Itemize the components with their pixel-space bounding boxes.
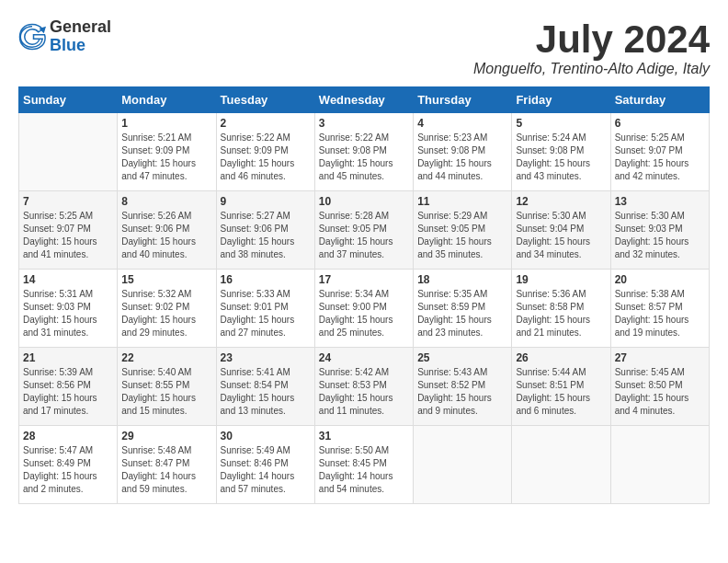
- day-number: 5: [516, 117, 606, 130]
- day-info: Sunrise: 5:24 AMSunset: 9:08 PMDaylight:…: [516, 132, 606, 183]
- month-title: July 2024: [473, 18, 710, 61]
- day-info: Sunrise: 5:22 AMSunset: 9:08 PMDaylight:…: [319, 132, 409, 183]
- day-number: 27: [615, 351, 705, 364]
- day-number: 7: [23, 195, 113, 208]
- day-number: 13: [615, 195, 705, 208]
- day-cell: 13Sunrise: 5:30 AMSunset: 9:03 PMDayligh…: [610, 191, 709, 270]
- week-row-3: 14Sunrise: 5:31 AMSunset: 9:03 PMDayligh…: [19, 270, 710, 348]
- day-cell: [512, 426, 610, 504]
- day-cell: 25Sunrise: 5:43 AMSunset: 8:52 PMDayligh…: [414, 348, 512, 426]
- day-info: Sunrise: 5:40 AMSunset: 8:55 PMDaylight:…: [121, 366, 211, 418]
- day-cell: 1Sunrise: 5:21 AMSunset: 9:09 PMDaylight…: [118, 113, 216, 191]
- day-cell: 19Sunrise: 5:36 AMSunset: 8:58 PMDayligh…: [512, 270, 610, 348]
- page-header: General Blue July 2024 Monguelfo, Trenti…: [18, 18, 710, 77]
- day-number: 19: [516, 273, 606, 286]
- day-number: 28: [23, 430, 113, 442]
- day-info: Sunrise: 5:35 AMSunset: 8:59 PMDaylight:…: [417, 288, 507, 339]
- day-cell: 5Sunrise: 5:24 AMSunset: 9:08 PMDaylight…: [512, 113, 610, 191]
- day-number: 29: [121, 430, 211, 442]
- day-cell: 8Sunrise: 5:26 AMSunset: 9:06 PMDaylight…: [118, 191, 216, 270]
- header-day-friday: Friday: [512, 87, 610, 113]
- day-info: Sunrise: 5:25 AMSunset: 9:07 PMDaylight:…: [615, 132, 705, 183]
- location-title: Monguelfo, Trentino-Alto Adige, Italy: [473, 61, 710, 77]
- day-number: 23: [221, 351, 311, 364]
- week-row-4: 21Sunrise: 5:39 AMSunset: 8:56 PMDayligh…: [19, 348, 710, 426]
- day-number: 18: [417, 273, 507, 286]
- day-cell: 26Sunrise: 5:44 AMSunset: 8:51 PMDayligh…: [512, 348, 610, 426]
- title-block: July 2024 Monguelfo, Trentino-Alto Adige…: [473, 18, 710, 77]
- day-info: Sunrise: 5:28 AMSunset: 9:05 PMDaylight:…: [319, 210, 409, 261]
- day-number: 21: [23, 351, 113, 364]
- day-info: Sunrise: 5:26 AMSunset: 9:06 PMDaylight:…: [121, 210, 211, 261]
- day-cell: 4Sunrise: 5:23 AMSunset: 9:08 PMDaylight…: [414, 113, 512, 191]
- day-info: Sunrise: 5:45 AMSunset: 8:50 PMDaylight:…: [615, 366, 705, 418]
- day-number: 17: [319, 273, 409, 286]
- day-cell: 29Sunrise: 5:48 AMSunset: 8:47 PMDayligh…: [118, 426, 216, 504]
- week-row-1: 1Sunrise: 5:21 AMSunset: 9:09 PMDaylight…: [19, 113, 710, 191]
- header-day-thursday: Thursday: [414, 87, 512, 113]
- day-cell: 21Sunrise: 5:39 AMSunset: 8:56 PMDayligh…: [19, 348, 118, 426]
- day-number: 16: [221, 273, 311, 286]
- day-number: 4: [417, 117, 507, 130]
- day-cell: 7Sunrise: 5:25 AMSunset: 9:07 PMDaylight…: [19, 191, 118, 270]
- day-cell: 18Sunrise: 5:35 AMSunset: 8:59 PMDayligh…: [414, 270, 512, 348]
- day-info: Sunrise: 5:48 AMSunset: 8:47 PMDaylight:…: [121, 444, 211, 496]
- day-info: Sunrise: 5:22 AMSunset: 9:09 PMDaylight:…: [221, 132, 311, 183]
- day-info: Sunrise: 5:44 AMSunset: 8:51 PMDaylight:…: [516, 366, 606, 418]
- day-cell: [19, 113, 118, 191]
- day-cell: [610, 426, 709, 504]
- day-cell: 23Sunrise: 5:41 AMSunset: 8:54 PMDayligh…: [216, 348, 314, 426]
- day-info: Sunrise: 5:43 AMSunset: 8:52 PMDaylight:…: [417, 366, 507, 418]
- day-cell: 15Sunrise: 5:32 AMSunset: 9:02 PMDayligh…: [118, 270, 216, 348]
- day-number: 15: [121, 273, 211, 286]
- logo-text: General Blue: [50, 18, 111, 55]
- day-info: Sunrise: 5:27 AMSunset: 9:06 PMDaylight:…: [221, 210, 311, 261]
- day-cell: 31Sunrise: 5:50 AMSunset: 8:45 PMDayligh…: [314, 426, 413, 504]
- day-info: Sunrise: 5:30 AMSunset: 9:03 PMDaylight:…: [615, 210, 705, 261]
- header-day-saturday: Saturday: [610, 87, 709, 113]
- day-cell: 11Sunrise: 5:29 AMSunset: 9:05 PMDayligh…: [414, 191, 512, 270]
- day-info: Sunrise: 5:50 AMSunset: 8:45 PMDaylight:…: [319, 444, 409, 496]
- week-row-5: 28Sunrise: 5:47 AMSunset: 8:49 PMDayligh…: [19, 426, 710, 504]
- day-number: 8: [121, 195, 211, 208]
- day-info: Sunrise: 5:29 AMSunset: 9:05 PMDaylight:…: [417, 210, 507, 261]
- day-cell: 2Sunrise: 5:22 AMSunset: 9:09 PMDaylight…: [216, 113, 314, 191]
- day-number: 14: [23, 273, 113, 286]
- day-number: 9: [221, 195, 311, 208]
- day-cell: 10Sunrise: 5:28 AMSunset: 9:05 PMDayligh…: [314, 191, 413, 270]
- day-cell: 17Sunrise: 5:34 AMSunset: 9:00 PMDayligh…: [314, 270, 413, 348]
- day-info: Sunrise: 5:36 AMSunset: 8:58 PMDaylight:…: [516, 288, 606, 339]
- day-number: 24: [319, 351, 409, 364]
- day-cell: 9Sunrise: 5:27 AMSunset: 9:06 PMDaylight…: [216, 191, 314, 270]
- day-info: Sunrise: 5:30 AMSunset: 9:04 PMDaylight:…: [516, 210, 606, 261]
- day-info: Sunrise: 5:31 AMSunset: 9:03 PMDaylight:…: [23, 288, 113, 339]
- day-number: 6: [615, 117, 705, 130]
- day-info: Sunrise: 5:41 AMSunset: 8:54 PMDaylight:…: [221, 366, 311, 418]
- day-number: 11: [417, 195, 507, 208]
- header-row: SundayMondayTuesdayWednesdayThursdayFrid…: [19, 87, 710, 113]
- day-info: Sunrise: 5:32 AMSunset: 9:02 PMDaylight:…: [121, 288, 211, 339]
- day-info: Sunrise: 5:39 AMSunset: 8:56 PMDaylight:…: [23, 366, 113, 418]
- header-day-monday: Monday: [118, 87, 216, 113]
- day-info: Sunrise: 5:21 AMSunset: 9:09 PMDaylight:…: [121, 132, 211, 183]
- day-number: 22: [121, 351, 211, 364]
- day-info: Sunrise: 5:38 AMSunset: 8:57 PMDaylight:…: [615, 288, 705, 339]
- day-number: 31: [319, 430, 409, 442]
- logo-icon: [18, 23, 46, 51]
- header-day-wednesday: Wednesday: [314, 87, 413, 113]
- week-row-2: 7Sunrise: 5:25 AMSunset: 9:07 PMDaylight…: [19, 191, 710, 270]
- day-number: 1: [121, 117, 211, 130]
- day-cell: 3Sunrise: 5:22 AMSunset: 9:08 PMDaylight…: [314, 113, 413, 191]
- day-cell: 22Sunrise: 5:40 AMSunset: 8:55 PMDayligh…: [118, 348, 216, 426]
- day-number: 30: [221, 430, 311, 442]
- day-cell: 24Sunrise: 5:42 AMSunset: 8:53 PMDayligh…: [314, 348, 413, 426]
- logo-blue: Blue: [50, 37, 111, 55]
- logo-general: General: [50, 18, 111, 37]
- day-cell: 14Sunrise: 5:31 AMSunset: 9:03 PMDayligh…: [19, 270, 118, 348]
- day-cell: 12Sunrise: 5:30 AMSunset: 9:04 PMDayligh…: [512, 191, 610, 270]
- day-cell: 27Sunrise: 5:45 AMSunset: 8:50 PMDayligh…: [610, 348, 709, 426]
- day-number: 20: [615, 273, 705, 286]
- day-cell: 30Sunrise: 5:49 AMSunset: 8:46 PMDayligh…: [216, 426, 314, 504]
- day-number: 12: [516, 195, 606, 208]
- day-number: 10: [319, 195, 409, 208]
